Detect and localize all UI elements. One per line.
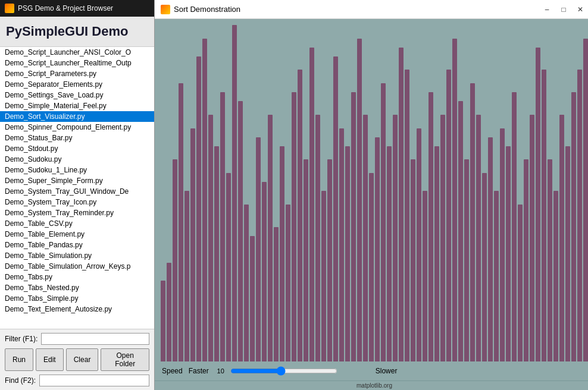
chart-bar [345, 146, 350, 361]
edit-button[interactable]: Edit [36, 348, 64, 371]
slower-label: Slower [376, 367, 398, 375]
chart-bar [179, 83, 183, 361]
left-bottom-controls: Filter (F1): Run Edit Clear Open Folder … [0, 329, 154, 390]
clear-button[interactable]: Clear [66, 348, 99, 371]
list-item[interactable]: Demo_Sort_Visualizer.py [0, 111, 154, 122]
chart-bar [500, 128, 505, 361]
title-left: Sort Demonstration [161, 5, 240, 14]
run-button[interactable]: Run [5, 348, 33, 371]
list-item[interactable]: Demo_Table_Element.py [0, 229, 154, 240]
chart-bar [464, 159, 469, 361]
chart-bar [553, 191, 558, 361]
list-item[interactable]: Demo_Script_Launcher_ANSI_Color_O [0, 47, 154, 58]
chart-bar [536, 48, 540, 361]
chart-bar [542, 70, 546, 361]
chart-bar [327, 159, 332, 361]
list-item[interactable]: Demo_System_Tray_Reminder.py [0, 207, 154, 218]
status-bar: matplotlib.org [155, 380, 588, 390]
chart-bar [494, 191, 499, 361]
chart-bar [381, 83, 386, 361]
chart-bar [167, 263, 171, 361]
left-title-bar: PSG Demo & Project Browser [0, 0, 154, 17]
chart-bar [315, 115, 320, 361]
list-item[interactable]: Demo_Super_Simple_Form.py [0, 175, 154, 186]
slider-value-label: 10 [215, 367, 227, 375]
close-button[interactable]: ✕ [573, 3, 588, 16]
find-row: Find (F2): [5, 375, 149, 386]
open-folder-button[interactable]: Open Folder [101, 348, 149, 371]
list-item[interactable]: Demo_Simple_Material_Feel.py [0, 100, 154, 111]
chart-bar [190, 128, 195, 361]
list-item[interactable]: Demo_Table_Simulation_Arrow_Keys.p [0, 261, 154, 272]
speed-slider[interactable] [230, 366, 337, 376]
list-item[interactable]: Demo_Table_CSV.py [0, 218, 154, 229]
list-item[interactable]: Demo_Sudoku.py [0, 154, 154, 165]
chart-area [155, 19, 588, 361]
chart-bar [202, 39, 207, 361]
chart-bar [458, 101, 463, 361]
chart-bar [280, 146, 284, 361]
list-item[interactable]: Demo_Spinner_Compound_Element.py [0, 122, 154, 133]
list-item[interactable]: Demo_Separator_Elements.py [0, 79, 154, 90]
chart-bar [339, 128, 344, 361]
chart-bar [262, 182, 267, 361]
chart-bar [512, 92, 517, 361]
list-item[interactable]: Demo_Stdout.py [0, 143, 154, 154]
chart-bar [417, 128, 421, 361]
slider-container: 10 [215, 366, 370, 376]
list-item[interactable]: Demo_Tabs_Nested.py [0, 282, 154, 293]
file-list: Demo_Script_Launcher_ANSI_Color_ODemo_Sc… [0, 47, 154, 329]
status-text: matplotlib.org [356, 382, 392, 389]
chart-bar [214, 146, 219, 361]
list-item[interactable]: Demo_System_Tray_Icon.py [0, 197, 154, 207]
chart-bar [452, 39, 457, 361]
list-item[interactable]: Demo_Table_Pandas.py [0, 240, 154, 250]
chart-bar [304, 159, 308, 361]
chart-bar [429, 92, 433, 361]
chart-bar [571, 92, 576, 361]
chart-bar [238, 101, 243, 361]
chart-bar [244, 205, 249, 361]
list-item[interactable]: Demo_Settings_Save_Load.py [0, 90, 154, 100]
app-title: PySimpleGUI Demo [0, 17, 154, 47]
chart-bar [434, 146, 439, 361]
list-item[interactable]: Demo_Script_Launcher_Realtime_Outp [0, 58, 154, 68]
chart-bar [256, 137, 261, 361]
filter-input[interactable] [41, 333, 149, 345]
chart-bar [369, 173, 374, 361]
chart-bar [208, 115, 213, 361]
list-item[interactable]: Demo_System_Tray_GUI_Window_De [0, 186, 154, 197]
right-title-text: Sort Demonstration [174, 5, 240, 14]
chart-bar [488, 137, 493, 361]
chart-bar [321, 191, 326, 361]
chart-bar [268, 115, 273, 361]
chart-bar [577, 70, 582, 361]
button-row: Run Edit Clear Open Folder [5, 348, 149, 371]
chart-bar [423, 191, 427, 361]
list-item[interactable]: Demo_Tabs.py [0, 272, 154, 282]
find-input[interactable] [39, 375, 149, 386]
list-item[interactable]: Demo_Text_Element_Autosize.py [0, 304, 154, 314]
right-title-bar: Sort Demonstration – □ ✕ [155, 0, 588, 19]
filter-row: Filter (F1): [5, 333, 149, 345]
chart-bar [220, 92, 225, 361]
sort-demo-logo-icon [161, 5, 170, 14]
minimize-button[interactable]: – [539, 3, 555, 16]
left-panel: PSG Demo & Project Browser PySimpleGUI D… [0, 0, 155, 390]
list-item[interactable]: Demo_Status_Bar.py [0, 133, 154, 143]
chart-bar [357, 39, 362, 361]
chart-bar [506, 146, 511, 361]
chart-bar [559, 115, 564, 361]
list-item[interactable]: Demo_Tabs_Simple.py [0, 293, 154, 304]
list-item[interactable]: Demo_Sudoku_1_Line.py [0, 165, 154, 175]
chart-bar [292, 92, 296, 361]
list-item[interactable]: Demo_Script_Parameters.py [0, 68, 154, 79]
chart-bar [184, 191, 189, 361]
chart-bar [524, 159, 528, 361]
chart-bar [476, 115, 481, 361]
find-label: Find (F2): [5, 376, 36, 385]
maximize-button[interactable]: □ [556, 3, 571, 16]
list-item[interactable]: Demo_Table_Simulation.py [0, 250, 154, 261]
chart-bar [440, 115, 445, 361]
chart-bar [393, 115, 398, 361]
